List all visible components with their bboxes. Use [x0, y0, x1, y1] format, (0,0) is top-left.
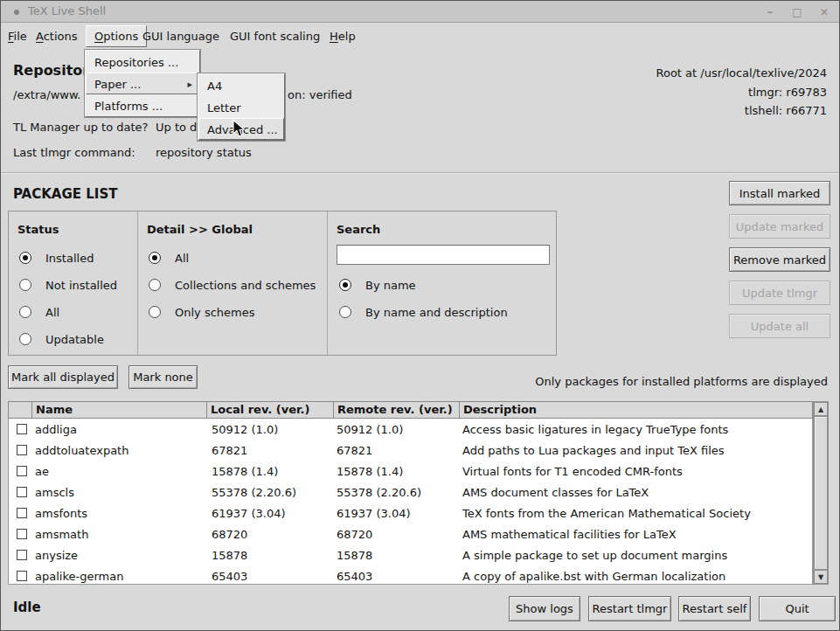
local-revision: 61937 (3.04)	[207, 507, 334, 520]
menubar-item-file[interactable]: File	[8, 30, 27, 43]
package-list-heading: PACKAGE LIST	[13, 186, 117, 202]
restart-tlmgr-button[interactable]: Restart tlmgr	[588, 596, 671, 621]
remote-revision: 15878 (1.4)	[334, 465, 460, 478]
minimize-icon[interactable]: –	[764, 6, 776, 18]
package-name: amsmath	[32, 528, 207, 541]
radio-only-schemes[interactable]: Only schemes	[149, 305, 255, 319]
options-menu: Repositories ...Paper ...▸Platforms ...	[85, 50, 200, 117]
remote-revision: 61937 (3.04)	[334, 507, 460, 520]
local-revision: 50912 (1.0)	[207, 423, 334, 436]
mark-all-displayed-button[interactable]: Mark all displayed	[8, 365, 118, 389]
package-checkbox[interactable]	[17, 550, 27, 560]
package-description: Add paths to Lua packages and input TeX …	[460, 444, 812, 457]
table-header: NameLocal rev. (ver.)Remote rev. (ver.)D…	[8, 401, 813, 419]
radio-button-icon	[149, 279, 161, 291]
scroll-down-icon[interactable]: ▼	[814, 570, 828, 584]
column-header-remote-rev-ver: Remote rev. (ver.)	[334, 402, 460, 418]
search-input[interactable]	[337, 245, 550, 265]
quit-button[interactable]: Quit	[759, 596, 836, 621]
update-tlmgr-button: Update tlmgr	[729, 281, 830, 305]
table-row[interactable]: amscls55378 (2.20.6)55378 (2.20.6)AMS do…	[9, 482, 812, 503]
table-row[interactable]: apalike-german6540365403A copy of apalik…	[9, 565, 812, 585]
package-name: amsfonts	[32, 507, 207, 520]
package-description: Access basic ligatures in legacy TrueTyp…	[460, 423, 812, 436]
package-name: ae	[32, 465, 207, 478]
table-row[interactable]: addtoluatexpath6782167821Add paths to Lu…	[9, 440, 812, 461]
remote-revision: 15878	[334, 549, 460, 562]
install-marked-button[interactable]: Install marked	[729, 181, 830, 205]
remote-revision: 55378 (2.20.6)	[334, 486, 460, 499]
package-checkbox[interactable]	[17, 445, 27, 455]
package-table: NameLocal rev. (ver.)Remote rev. (ver.)D…	[8, 401, 829, 585]
radio-all[interactable]: All	[19, 305, 59, 319]
package-name: addtoluatexpath	[32, 444, 207, 457]
table-row[interactable]: amsfonts61937 (3.04)61937 (3.04)TeX font…	[9, 503, 812, 524]
table-body: addliga50912 (1.0)50912 (1.0)Access basi…	[8, 419, 813, 585]
local-revision: 65403	[207, 570, 334, 583]
mark-none-button[interactable]: Mark none	[128, 365, 198, 389]
paper-submenu-item-a4[interactable]: A4	[198, 74, 284, 96]
restart-self-button[interactable]: Restart self	[678, 596, 751, 621]
status-group-label: Status	[17, 223, 59, 236]
package-description: TeX fonts from the American Mathematical…	[460, 507, 812, 520]
scrollbar-thumb[interactable]	[814, 416, 828, 570]
radio-by-name-and-description[interactable]: By name and description	[339, 305, 508, 319]
paper-submenu-item-letter[interactable]: Letter	[198, 96, 284, 118]
menubar-item-gui-font-scaling[interactable]: GUI font scaling	[230, 30, 320, 43]
app-icon	[14, 10, 19, 15]
radio-all[interactable]: All	[149, 251, 189, 265]
panel-divider	[137, 211, 138, 355]
radio-by-name[interactable]: By name	[339, 278, 416, 292]
root-path: Root at /usr/local/texlive/2024	[656, 66, 827, 80]
window-controls: – □ ✕	[764, 1, 830, 23]
section-separator	[1, 172, 839, 174]
radio-button-icon	[339, 306, 351, 318]
radio-installed[interactable]: Installed	[19, 251, 94, 265]
platforms-note: Only packages for installed platforms ar…	[535, 375, 828, 388]
radio-updatable[interactable]: Updatable	[19, 332, 104, 346]
package-checkbox[interactable]	[17, 424, 27, 434]
local-revision: 15878	[207, 549, 334, 562]
table-row[interactable]: addliga50912 (1.0)50912 (1.0)Access basi…	[9, 419, 812, 440]
radio-collections-and-schemes[interactable]: Collections and schemes	[149, 278, 316, 292]
update-marked-button: Update marked	[729, 214, 830, 239]
options-menu-item-paper[interactable]: Paper ...▸	[86, 73, 199, 94]
radio-not-installed[interactable]: Not installed	[19, 278, 117, 292]
package-checkbox[interactable]	[17, 571, 27, 581]
menubar-item-gui-language[interactable]: GUI language	[142, 30, 219, 43]
search-group-label: Search	[337, 223, 380, 236]
scroll-up-icon[interactable]: ▲	[814, 402, 828, 416]
local-revision: 55378 (2.20.6)	[207, 486, 334, 499]
repository-verification: on: verified	[288, 88, 352, 101]
package-checkbox[interactable]	[17, 466, 27, 476]
remove-marked-button[interactable]: Remove marked	[729, 247, 830, 272]
titlebar: TeX Live Shell – □ ✕	[1, 1, 839, 23]
package-description: AMS mathematical facilities for LaTeX	[460, 528, 812, 541]
close-icon[interactable]: ✕	[818, 6, 830, 18]
repository-path: /extra/www.	[13, 88, 80, 101]
table-row[interactable]: ae15878 (1.4)15878 (1.4)Virtual fonts fo…	[9, 461, 812, 482]
package-checkbox[interactable]	[17, 487, 27, 497]
package-description: Virtual fonts for T1 encoded CMR-fonts	[460, 465, 812, 478]
remote-revision: 67821	[334, 444, 460, 457]
package-description: AMS document classes for LaTeX	[460, 486, 812, 499]
menubar-item-actions[interactable]: Actions	[36, 30, 78, 43]
tex-live-shell-window: TeX Live Shell – □ ✕ FileActionsOptionsG…	[0, 0, 840, 631]
package-checkbox[interactable]	[17, 529, 27, 539]
options-menu-item-repositories[interactable]: Repositories ...	[86, 51, 199, 73]
remote-revision: 68720	[334, 528, 460, 541]
table-row[interactable]: amsmath6872068720AMS mathematical facili…	[9, 524, 812, 544]
menubar-item-options[interactable]: Options	[86, 25, 147, 47]
table-row[interactable]: anysize1587815878A simple package to set…	[9, 544, 812, 565]
radio-button-icon	[19, 252, 31, 264]
package-checkbox[interactable]	[17, 508, 27, 518]
options-menu-item-platforms[interactable]: Platforms ...	[86, 94, 199, 116]
menubar-item-help[interactable]: Help	[330, 30, 356, 43]
local-revision: 67821	[207, 444, 334, 457]
radio-button-icon	[19, 333, 31, 345]
show-logs-button[interactable]: Show logs	[509, 596, 580, 621]
maximize-icon[interactable]: □	[791, 6, 803, 18]
vertical-scrollbar[interactable]: ▲ ▼	[813, 401, 829, 585]
local-revision: 15878 (1.4)	[207, 465, 334, 478]
action-buttons: Install markedUpdate markedRemove marked…	[729, 181, 830, 338]
